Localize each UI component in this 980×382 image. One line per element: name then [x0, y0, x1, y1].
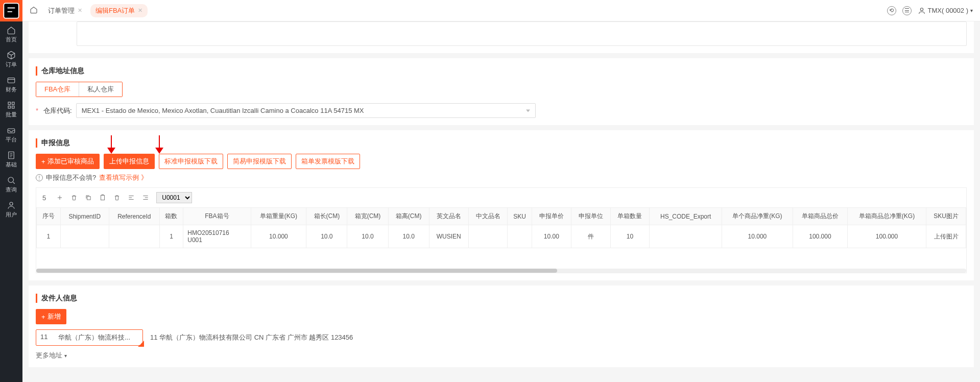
sidebar-item-batch[interactable]: 批量	[0, 97, 22, 122]
svg-rect-5	[12, 106, 15, 109]
col-fba-box: FBA箱号	[183, 208, 251, 225]
header-bar: 订单管理 ✕ 编辑FBA订单 ✕ ⟲ ☰ TMX( 00002 ) ▾	[22, 0, 980, 21]
svg-rect-4	[8, 106, 11, 109]
add-sender-button[interactable]: +新增	[36, 309, 66, 324]
top-empty-card	[29, 21, 974, 53]
declaration-hint: ! 申报信息不会填? 查看填写示例 》	[36, 173, 967, 182]
header-home-button[interactable]	[30, 6, 38, 15]
cell[interactable]	[468, 225, 508, 248]
search-icon	[7, 176, 16, 185]
trash-icon[interactable]	[70, 194, 78, 201]
sidebar-item-orders[interactable]: 订单	[0, 46, 22, 71]
cube-icon	[7, 51, 16, 60]
warehouse-code-row: * 仓库代码: MEX1 - Estado de Mexico, Mexico …	[36, 103, 967, 118]
col-len: 箱长(CM)	[306, 208, 347, 225]
cell[interactable]: 1	[37, 225, 61, 248]
sender-code: 11	[40, 333, 47, 342]
sidebar-item-platform[interactable]: 平台	[0, 122, 22, 147]
plus-icon[interactable]	[56, 194, 63, 201]
sidebar-item-query[interactable]: 查询	[0, 172, 22, 197]
simple-template-download-button[interactable]: 简易申报模版下载	[227, 154, 292, 169]
view-example-link[interactable]: 查看填写示例 》	[99, 173, 148, 182]
btn-label: 添加已审核商品	[47, 157, 94, 166]
declaration-table: 序号 ShipmentID ReferenceId 箱数 FBA箱号 单箱重量(…	[36, 207, 966, 248]
toolbar-select[interactable]: U0001	[156, 192, 192, 203]
col-shipment: ShipmentID	[60, 208, 109, 225]
upload-declaration-button[interactable]: 上传申报信息	[104, 154, 155, 169]
svg-point-9	[10, 202, 13, 205]
cell[interactable]: 10.00	[532, 225, 571, 248]
cell[interactable]: HMO20510716U001	[183, 225, 251, 248]
align-left-icon[interactable]	[128, 194, 135, 201]
col-seq: 序号	[37, 208, 61, 225]
scrollbar-thumb[interactable]	[36, 269, 557, 273]
table-scroll[interactable]: 序号 ShipmentID ReferenceId 箱数 FBA箱号 单箱重量(…	[36, 207, 966, 248]
warehouse-section: 仓库地址信息 FBA仓库 私人仓库 * 仓库代码: MEX1 - Estado …	[29, 58, 974, 125]
cell[interactable]: 100.000	[793, 225, 847, 248]
tab-order-manage[interactable]: 订单管理 ✕	[43, 4, 87, 17]
warehouse-tab-group: FBA仓库 私人仓库	[36, 82, 123, 97]
sidebar-item-finance[interactable]: 财务	[0, 71, 22, 97]
copy-icon[interactable]	[85, 194, 92, 201]
table-row[interactable]: 1 1 HMO20510716U001 10.000 10.0 10.0 10.…	[37, 225, 966, 248]
cell[interactable]: 1	[159, 225, 183, 248]
col-unit: 申报单位	[571, 208, 610, 225]
col-wid: 箱宽(CM)	[347, 208, 388, 225]
cell[interactable]: 10.000	[251, 225, 306, 248]
col-en-name: 英文品名	[429, 208, 468, 225]
cell[interactable]	[650, 225, 722, 248]
declaration-title: 申报信息	[36, 138, 967, 148]
svg-rect-2	[8, 102, 11, 105]
sidebar-item-basic[interactable]: 基础	[0, 147, 22, 172]
cell[interactable]: 10.000	[722, 225, 793, 248]
declaration-buttons: +添加已审核商品 上传申报信息 标准申报模版下载 简易申报模版下载 箱单发票模版…	[36, 154, 967, 169]
trash2-icon[interactable]	[113, 194, 121, 201]
cell[interactable]: 10.0	[347, 225, 388, 248]
app-logo[interactable]	[0, 0, 22, 21]
sender-select[interactable]: 11 华航（广东）物流科技... ✓	[36, 329, 143, 346]
cell[interactable]	[60, 225, 109, 248]
tab-fba-warehouse[interactable]: FBA仓库	[36, 82, 79, 97]
close-icon[interactable]: ✕	[138, 7, 142, 14]
tab-edit-fba[interactable]: 编辑FBA订单 ✕	[90, 4, 148, 17]
cell[interactable]: 件	[571, 225, 610, 248]
cell[interactable]: 10	[610, 225, 650, 248]
align-right-icon[interactable]	[142, 194, 149, 201]
cell[interactable]: 100.000	[847, 225, 926, 248]
upload-image-cell[interactable]: 上传图片	[926, 225, 966, 248]
home-icon	[30, 6, 38, 14]
sidebar-item-user[interactable]: 用户	[0, 197, 22, 222]
cell[interactable]	[109, 225, 159, 248]
header-action-1[interactable]: ⟲	[887, 6, 896, 15]
sender-row: 11 华航（广东）物流科技... ✓ 11 华航（广东）物流科技有限公司 CN …	[36, 329, 967, 346]
add-reviewed-product-button[interactable]: +添加已审核商品	[36, 154, 100, 169]
col-net-each: 单个商品净重(KG)	[722, 208, 793, 225]
col-price: 申报单价	[532, 208, 571, 225]
paste-icon[interactable]	[99, 194, 106, 201]
plus-icon: +	[41, 313, 45, 321]
box-invoice-template-download-button[interactable]: 箱单发票模版下载	[296, 154, 360, 169]
header-action-2[interactable]: ☰	[902, 6, 912, 15]
horizontal-scrollbar[interactable]	[36, 269, 966, 273]
more-label: 更多地址	[36, 351, 62, 360]
sender-section: 发件人信息 +新增 11 华航（广东）物流科技... ✓ 11 华航（广东）物流…	[29, 285, 974, 367]
std-template-download-button[interactable]: 标准申报模版下载	[159, 154, 223, 169]
sidebar-item-home[interactable]: 首页	[0, 21, 22, 46]
sidebar-label: 用户	[6, 211, 17, 219]
user-icon	[918, 7, 926, 15]
warehouse-code-select[interactable]: MEX1 - Estado de Mexico, Mexico Axotlan,…	[76, 103, 536, 118]
header-user-menu[interactable]: TMX( 00002 ) ▾	[918, 7, 973, 15]
more-address-link[interactable]: 更多地址 ▾	[36, 351, 67, 360]
empty-textarea[interactable]	[77, 21, 967, 46]
tab-private-warehouse[interactable]: 私人仓库	[79, 82, 122, 97]
col-weight: 单箱重量(KG)	[251, 208, 306, 225]
sidebar-label: 首页	[6, 36, 17, 43]
cell[interactable]: WUSIEN	[429, 225, 468, 248]
home-icon	[7, 26, 16, 35]
svg-rect-12	[101, 195, 105, 200]
cell[interactable]	[508, 225, 532, 248]
cell[interactable]: 10.0	[306, 225, 347, 248]
svg-point-10	[920, 8, 923, 10]
cell[interactable]: 10.0	[388, 225, 429, 248]
close-icon[interactable]: ✕	[78, 7, 82, 14]
